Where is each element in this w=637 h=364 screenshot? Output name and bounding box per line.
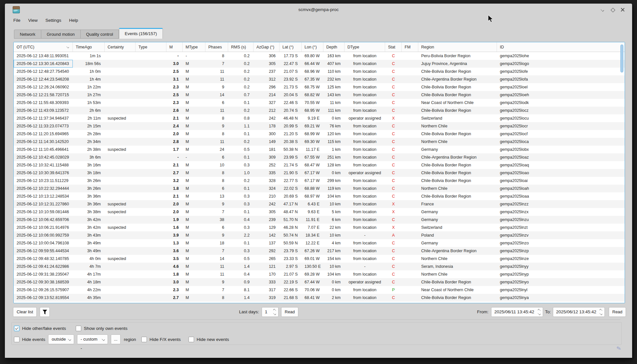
cell-fm[interactable] [402,263,418,270]
cell-lon[interactable]: 67.35 W [302,75,323,83]
cell-type[interactable] [136,278,166,286]
cell-rms[interactable]: 0.3 [228,192,254,200]
cell-region[interactable]: Northern Chile [418,270,497,278]
cell-azgap[interactable]: 265 [254,255,280,263]
cell-mtype[interactable]: M [183,146,205,153]
cell-m[interactable]: 2.0 [166,200,183,208]
cell-mtype[interactable]: M [183,216,205,224]
cell-dtype[interactable]: from location [344,294,385,302]
cell-id[interactable]: gempa2025loaq [497,161,625,169]
cell-dtype[interactable]: from location [344,286,385,294]
cell-stat[interactable]: C [385,278,402,286]
cell-azgap[interactable]: 170 [254,270,280,278]
cell-certainty[interactable] [105,231,136,239]
cell-azgap[interactable]: 212 [254,107,280,114]
cell-rms[interactable]: 8.1 [228,286,254,294]
show-only-own-checkbox[interactable] [76,326,81,331]
cell-azgap[interactable]: 178 [254,122,280,130]
cell-id[interactable]: gempa2025loel [497,83,625,91]
cell-phases[interactable]: 18 [205,239,228,247]
cell-stat[interactable]: C [385,216,402,224]
cell-fm[interactable] [402,52,418,60]
table-row[interactable]: 2025-06-12 12:48:27.7545401h 0m2.5M110.2… [14,68,625,75]
cell-fm[interactable] [402,231,418,239]
cell-fm[interactable] [402,208,418,216]
cell-timeago[interactable]: 4h 7m [73,263,105,270]
cell-dtype[interactable]: from location [344,68,385,75]
table-row[interactable]: 2025-06-12 10:12:31.2278603h 36msuspecte… [14,200,625,208]
cell-lat[interactable]: 22.46 S [280,99,302,107]
cell-fm[interactable] [402,247,418,255]
cell-timeago[interactable]: 1h 27m [73,91,105,99]
cell-ot[interactable]: 2025-06-12 09:30:38.168539 [14,278,73,286]
cell-lat[interactable]: 51.70 N [280,216,302,224]
cell-lat[interactable]: 47.17 N [280,200,302,208]
cell-timeago[interactable]: 4h 0m [73,255,105,263]
cell-depth[interactable]: 110 km [323,68,344,75]
cell-lon[interactable]: 68.97 W [302,192,323,200]
cell-stat[interactable]: X [385,224,402,231]
vertical-scrollbar[interactable] [620,43,624,302]
cell-ot[interactable]: 2025-06-12 11:43:09.123572 [14,107,73,114]
cell-stat[interactable]: X [385,208,402,216]
cell-depth[interactable]: 128 km [323,161,344,169]
cell-lat[interactable]: 21.07 S [280,270,302,278]
cell-region[interactable]: Chile-Bolivia Border Region [418,294,497,302]
cell-rms[interactable]: 0.1 [228,99,254,107]
cell-region[interactable]: Northern Chile [418,255,497,263]
cell-mtype[interactable]: - [183,52,205,60]
cell-azgap[interactable]: 319 [254,294,280,302]
cell-mtype[interactable]: M [183,130,205,138]
cell-rms[interactable]: 0.2 [228,83,254,91]
cell-ot[interactable]: 2025-06-12 10:42:45.028029 [14,153,73,161]
cell-id[interactable]: gempa2025lnzx [497,208,625,216]
titlebar[interactable]: scmvx@gempa-proc [5,4,632,16]
cell-lon[interactable]: 67.55 W [302,153,323,161]
cell-m[interactable]: 2.7 [166,169,183,177]
cell-lat[interactable]: 23.99 S [280,153,302,161]
cell-ot[interactable]: 2025-06-12 09:26:15.575907 [14,286,73,294]
cell-fm[interactable] [402,75,418,83]
cell-lat[interactable]: 50.38 N [280,146,302,153]
cell-fm[interactable] [402,270,418,278]
cell-depth[interactable]: 6 km [323,216,344,224]
cell-lat[interactable]: 22.47 S [280,60,302,68]
cell-id[interactable]: gempa2025lnyy [497,263,625,270]
cell-id[interactable]: gempa2025lodk [497,99,625,107]
cell-lat[interactable]: 46.48 N [280,114,302,122]
cell-mtype[interactable]: M [183,192,205,200]
table-row[interactable]: 2025-06-12 12:21:58.7207151h 27m2.5M140.… [14,91,625,99]
cell-lat[interactable]: 17.73 S [280,52,302,60]
cell-fm[interactable] [402,130,418,138]
table-row[interactable]: 2025-06-12 10:06:21.9149763h 42msuspecte… [14,224,625,231]
cell-timeago[interactable]: 3h 36m [73,192,105,200]
table-row[interactable]: 2025-06-12 10:32:41.1154883h 16m2.1M100.… [14,161,625,169]
cell-azgap[interactable]: 328 [254,177,280,185]
cell-lon[interactable]: 68.99 W [302,130,323,138]
column-header-stat[interactable]: Stat [385,42,402,52]
cell-region[interactable]: Northern Chile [418,138,497,146]
cell-certainty[interactable] [105,83,136,91]
cell-timeago[interactable]: 3h 26m [73,185,105,192]
cell-azgap[interactable]: 305 [254,60,280,68]
cell-fm[interactable] [402,68,418,75]
cell-dtype[interactable]: operator assigned [344,114,385,122]
cell-dtype[interactable]: from location [344,107,385,114]
column-header-depth[interactable]: Depth [323,42,344,52]
cell-lon[interactable]: 68.88 W [302,185,323,192]
cell-dtype[interactable]: from location [344,208,385,216]
cell-rms[interactable]: 1.4 [228,263,254,270]
column-header-timeago[interactable]: TimeAgo [73,42,105,52]
cell-depth[interactable]: 0 km [323,286,344,294]
cell-stat[interactable]: C [385,153,402,161]
cell-certainty[interactable] [105,161,136,169]
cell-type[interactable] [136,99,166,107]
cell-certainty[interactable] [105,153,136,161]
cell-region[interactable]: Germany [418,208,497,216]
cell-azgap[interactable]: 335 [254,169,280,177]
column-header-fm[interactable]: FM [402,42,418,52]
table-row[interactable]: 2025-06-12 10:06:42.6597063h 42m1.9M380.… [14,216,625,224]
cell-fm[interactable] [402,286,418,294]
cell-m[interactable]: 2.5 [166,91,183,99]
menu-help[interactable]: Help [65,17,82,24]
